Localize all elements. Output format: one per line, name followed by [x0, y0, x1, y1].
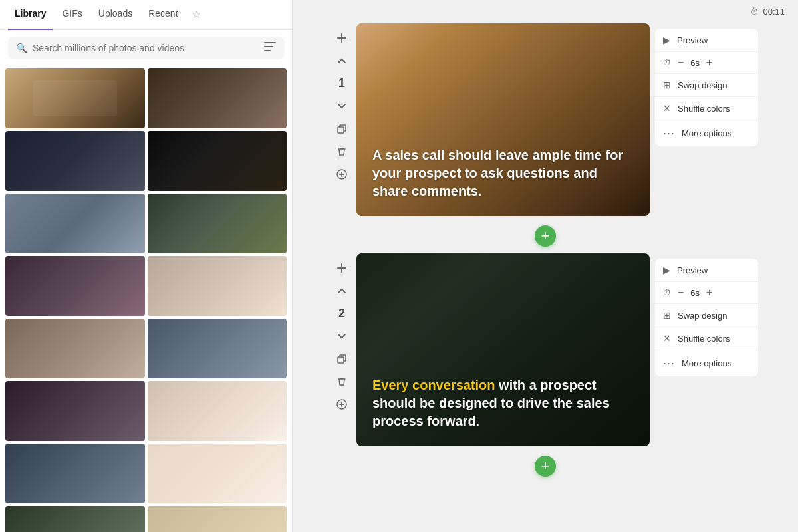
- svg-rect-2: [264, 50, 271, 51]
- preview-button-2[interactable]: ▶ Preview: [655, 259, 758, 282]
- tab-gifs[interactable]: GIFs: [55, 0, 88, 30]
- tabs-bar: Library GIFs Uploads Recent ☆: [0, 0, 292, 30]
- more-options-button-2[interactable]: ··· More options: [655, 350, 758, 376]
- photo-item[interactable]: [148, 444, 287, 503]
- photo-item[interactable]: [148, 194, 287, 253]
- grid-row: [5, 444, 287, 503]
- move-up-button[interactable]: [332, 51, 351, 70]
- photo-item[interactable]: [5, 506, 145, 532]
- add-slide-end-button[interactable]: +: [535, 456, 556, 477]
- photo-item[interactable]: [5, 256, 145, 316]
- slide-1-left-controls: 1: [332, 23, 351, 184]
- search-icon: 🔍: [16, 43, 27, 53]
- move-down-button-1[interactable]: [332, 97, 351, 116]
- tab-uploads[interactable]: Uploads: [92, 0, 139, 30]
- photo-item[interactable]: [5, 319, 145, 378]
- grid-row: [5, 194, 287, 253]
- photo-item[interactable]: [5, 444, 145, 503]
- slide-2-wrapper: 2: [332, 253, 758, 446]
- slide-1-wrapper: 1: [332, 23, 758, 216]
- duration-plus-2[interactable]: +: [704, 287, 715, 299]
- photo-item[interactable]: [5, 131, 145, 191]
- slide-2-left-controls: 2: [332, 253, 351, 414]
- shuffle-label-1: Shuffle colors: [678, 104, 730, 114]
- duration-control-2: ⏱ − 6s +: [655, 282, 758, 304]
- add-slide-between-button-1[interactable]: +: [535, 225, 556, 247]
- add-after-button-2[interactable]: [332, 395, 351, 414]
- photo-item[interactable]: [148, 319, 287, 378]
- duration-control-1: ⏱ − 6s +: [655, 52, 758, 74]
- duration-minus-1[interactable]: −: [675, 57, 686, 68]
- grid-row: [5, 506, 287, 532]
- photo-item[interactable]: [148, 381, 287, 441]
- slide-2-right-panel: ▶ Preview ⏱ − 6s + ⊞ Swap design ✕ Shuff…: [655, 253, 758, 376]
- add-before-button[interactable]: [332, 29, 351, 47]
- search-input[interactable]: [33, 43, 259, 53]
- photo-item[interactable]: [148, 256, 287, 316]
- tab-library[interactable]: Library: [8, 0, 53, 30]
- shuffle-colors-button-1[interactable]: ✕ Shuffle colors: [655, 97, 758, 120]
- tab-recent[interactable]: Recent: [142, 0, 184, 30]
- svg-rect-4: [337, 37, 346, 39]
- tab-favorites[interactable]: ☆: [188, 0, 205, 30]
- swap-icon-2: ⊞: [663, 310, 671, 321]
- duration-minus-2[interactable]: −: [675, 287, 686, 299]
- photo-item[interactable]: [5, 194, 145, 253]
- preview-label-1: Preview: [677, 35, 708, 45]
- move-up-button-2[interactable]: [332, 281, 351, 300]
- add-after-button-1[interactable]: [332, 165, 351, 184]
- add-before-button-2[interactable]: [332, 259, 351, 277]
- shuffle-icon-2: ✕: [663, 333, 671, 344]
- duration-plus-1[interactable]: +: [704, 57, 715, 68]
- copy-button-1[interactable]: [332, 120, 351, 138]
- main-area: ⏱ 00:11 1: [293, 0, 798, 532]
- delete-button-1[interactable]: [332, 142, 351, 161]
- delete-button-2[interactable]: [332, 372, 351, 391]
- grid-row: [5, 319, 287, 378]
- svg-rect-1: [264, 46, 273, 47]
- svg-rect-5: [338, 127, 344, 133]
- photo-item[interactable]: [148, 131, 287, 191]
- swap-label-1: Swap design: [678, 80, 727, 90]
- slides-container: 1: [293, 23, 798, 497]
- play-icon-2: ▶: [663, 265, 670, 275]
- duration-value-2: 6s: [690, 288, 700, 298]
- duration-value-1: 6s: [690, 58, 700, 68]
- clock-icon-2: ⏱: [663, 288, 671, 297]
- slide-1-right-panel: ▶ Preview ⏱ − 6s + ⊞ Swap design ✕ Shuff…: [655, 23, 758, 146]
- shuffle-label-2: Shuffle colors: [678, 334, 730, 344]
- slide-1-text-overlay: A sales call should leave ample time for…: [356, 133, 650, 216]
- photo-item[interactable]: [5, 68, 145, 128]
- photo-item[interactable]: [148, 506, 287, 532]
- timer-value: 00:11: [763, 7, 785, 17]
- swap-label-2: Swap design: [678, 311, 727, 321]
- shuffle-colors-button-2[interactable]: ✕ Shuffle colors: [655, 327, 758, 350]
- shuffle-icon-1: ✕: [663, 103, 671, 114]
- photo-item[interactable]: [5, 381, 145, 441]
- slide-2-card[interactable]: Every conversation with a prospect shoul…: [356, 253, 650, 446]
- copy-button-2[interactable]: [332, 350, 351, 368]
- add-slide-between-1: +: [332, 221, 758, 253]
- svg-rect-11: [338, 357, 344, 363]
- slide-1-card[interactable]: A sales call should leave ample time for…: [356, 23, 650, 216]
- swap-design-button-2[interactable]: ⊞ Swap design: [655, 304, 758, 327]
- preview-button-1[interactable]: ▶ Preview: [655, 29, 758, 52]
- preview-label-2: Preview: [677, 265, 708, 275]
- slide-2-text: Every conversation with a prospect shoul…: [372, 376, 634, 430]
- photo-item[interactable]: [148, 68, 287, 128]
- left-panel: Library GIFs Uploads Recent ☆ 🔍: [0, 0, 293, 532]
- timer: ⏱ 00:11: [750, 7, 785, 17]
- search-bar: 🔍: [8, 37, 284, 59]
- grid-row: [5, 381, 287, 441]
- grid-row: [5, 131, 287, 191]
- more-dots-icon-2: ···: [663, 356, 675, 370]
- move-down-button-2[interactable]: [332, 327, 351, 346]
- slide-1-text: A sales call should leave ample time for…: [372, 146, 634, 200]
- timer-icon: ⏱: [750, 7, 759, 17]
- swap-design-button-1[interactable]: ⊞ Swap design: [655, 74, 758, 97]
- filter-button[interactable]: [264, 42, 276, 54]
- more-options-button-1[interactable]: ··· More options: [655, 120, 758, 146]
- swap-icon-1: ⊞: [663, 80, 671, 90]
- play-icon: ▶: [663, 35, 670, 45]
- svg-rect-10: [337, 267, 346, 269]
